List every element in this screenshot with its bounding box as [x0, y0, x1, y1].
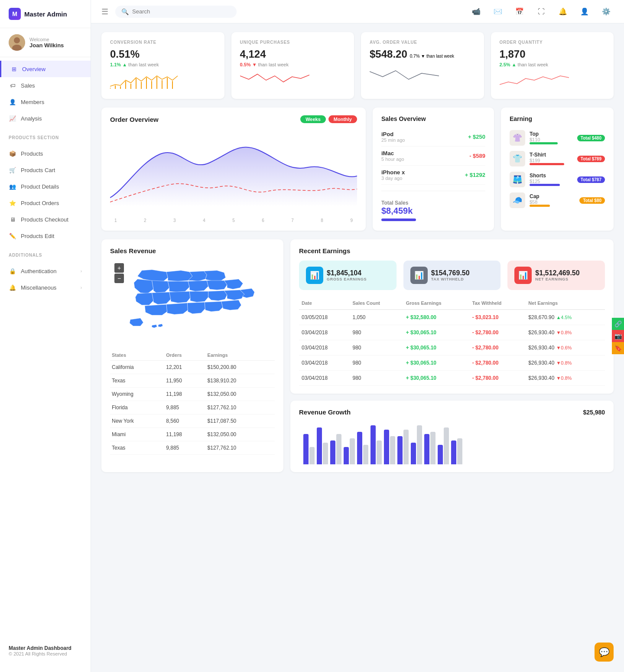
sidebar-item-products-edit[interactable]: ✏️ Products Edit — [0, 228, 91, 244]
topbar-icons: 📹 ✉️ 📅 ⛶ 🔔 👤 ⚙️ — [469, 4, 614, 19]
bar-blue — [411, 443, 416, 464]
calendar-icon-btn[interactable]: 📅 — [512, 4, 527, 19]
bar-group — [424, 432, 436, 464]
sales-item-ipod: iPod 25 min ago + $250 — [381, 127, 485, 147]
video-icon-btn[interactable]: 📹 — [469, 4, 484, 19]
stat-conversion-rate: CONVERSION RATE 0.51% 1.1% ▲ than last w… — [101, 32, 224, 99]
table-row: Texas11,950$138,910.20 — [110, 374, 275, 388]
earning-thumb-tshirt: 👕 — [510, 151, 525, 166]
order-tabs: Weeks Monthly — [300, 115, 357, 123]
bar-gray — [390, 436, 395, 464]
sidebar-item-authentication[interactable]: 🔒 Authentication › — [0, 263, 91, 279]
total-sales-bar — [381, 219, 416, 221]
cart-icon: 🛒 — [9, 166, 16, 174]
hamburger-icon[interactable]: ☰ — [101, 7, 108, 16]
sidebar-item-sales[interactable]: 🏷 Sales — [0, 77, 91, 94]
stat-unique-purchases: UNIQUE PURCHASES 4,124 0.5% ▼ than last … — [231, 32, 354, 99]
sidebar-item-products-checkout[interactable]: 🖥 Products Checkout — [0, 211, 91, 228]
bar-blue — [424, 434, 429, 464]
members-icon: 👤 — [9, 98, 16, 106]
mail-icon-btn[interactable]: ✉️ — [491, 4, 505, 19]
sidebar: M Master Admin Welcome Joan Wilkins ⊞ Ov… — [0, 0, 91, 672]
edit-icon: ✏️ — [9, 232, 16, 240]
bar-blue — [344, 447, 349, 464]
sparkline-quantity — [500, 72, 605, 91]
earning-item-cap: 🧢 Cap $58 Total $80 — [510, 190, 605, 211]
earning-item-tshirt: 👕 T-Shirt $199 Total $789 — [510, 148, 605, 169]
gross-value: $1,845,104 — [327, 269, 367, 277]
earnings-summary: 📊 $1,845,104 GROSS EARNINGS 📊 — [299, 261, 605, 290]
float-btn-red[interactable]: 📷 — [612, 330, 624, 342]
username: Joan Wilkins — [29, 42, 64, 49]
sales-revenue-title: Sales Revenue — [110, 247, 275, 254]
sales-overview-title: Sales Overview — [381, 115, 485, 122]
gross-icon: 📊 — [306, 267, 323, 284]
sales-item-iphone: iPhone x 3 day ago + $1292 — [381, 166, 485, 185]
monthly-tab[interactable]: Monthly — [328, 115, 357, 123]
table-row: Miami11,198$132,050.00 — [110, 428, 275, 441]
checkout-icon: 🖥 — [9, 215, 16, 223]
fullscreen-icon-btn[interactable]: ⛶ — [534, 4, 549, 19]
col-gross-earnings: Gross Earnings — [403, 297, 470, 310]
chat-fab-btn[interactable]: 💬 — [595, 643, 614, 662]
map-zoom-in-btn[interactable]: + — [114, 263, 124, 273]
stat-order-quantity: ORDER QUANTITY 1,870 2.5% ▲ than last we… — [491, 32, 614, 99]
topbar: ☰ 🔍 📹 ✉️ 📅 ⛶ 🔔 👤 ⚙️ — [91, 0, 624, 23]
bar-blue — [370, 425, 376, 464]
rev-growth-title: Revenue Growth — [299, 408, 351, 416]
bar-gray — [444, 427, 449, 464]
sidebar-user: Welcome Joan Wilkins — [0, 28, 91, 57]
bar-gray — [430, 432, 436, 464]
bar-gray — [350, 438, 355, 464]
total-sales-value: $8,459k — [381, 206, 485, 216]
sidebar-item-overview[interactable]: ⊞ Overview — [0, 61, 91, 77]
sidebar-item-analysis[interactable]: 📈 Analysis — [0, 110, 91, 127]
welcome-text: Welcome — [29, 37, 64, 42]
revenue-growth-chart — [299, 421, 605, 464]
earning-thumb-cap: 🧢 — [510, 192, 525, 208]
settings-icon-btn[interactable]: ⚙️ — [599, 4, 614, 19]
chevron-right-icon: › — [81, 269, 82, 274]
sidebar-item-product-orders[interactable]: ⭐ Product Orders — [0, 195, 91, 211]
col-tax-withheld: Tax Withheld — [470, 297, 526, 310]
total-sales-label: Total Sales — [381, 200, 485, 206]
sidebar-item-products-cart[interactable]: 🛒 Products Cart — [0, 162, 91, 178]
bar-gray — [457, 438, 462, 464]
products-icon: 📦 — [9, 150, 16, 157]
bar-gray — [363, 445, 368, 464]
bar-group — [438, 427, 449, 464]
col-sales-count: Sales Count — [350, 297, 403, 310]
float-btn-yellow[interactable]: 🔖 — [612, 342, 624, 354]
bar-gray — [403, 430, 409, 464]
sidebar-item-label: Authentication — [21, 268, 56, 274]
table-row: 03/04/2018 980 + $30,065.10 - $2,780.00 … — [299, 340, 605, 356]
sidebar-item-members[interactable]: 👤 Members — [0, 94, 91, 110]
sidebar-item-miscellaneous[interactable]: 🔔 Miscellaneous › — [0, 279, 91, 296]
sidebar-item-product-details[interactable]: 👥 Product Details — [0, 178, 91, 195]
tax-label: TAX WITHHELD — [431, 277, 470, 281]
float-btn-green[interactable]: 🔗 — [612, 318, 624, 330]
bar-group — [317, 427, 328, 464]
stat-value: 0.51% — [110, 48, 216, 60]
tax-icon: 📊 — [410, 267, 428, 284]
stat-label: AVG. ORDER VALUE — [370, 40, 475, 45]
order-overview-card: Order Overview Weeks Monthly — [101, 108, 366, 231]
bar-group — [330, 434, 341, 464]
gross-label: GROSS EARNINGS — [327, 277, 367, 281]
stat-label: ORDER QUANTITY — [500, 40, 605, 45]
bar-group — [303, 434, 315, 464]
bell-icon-btn[interactable]: 🔔 — [556, 4, 570, 19]
search-input[interactable] — [132, 8, 219, 15]
weeks-tab[interactable]: Weeks — [300, 115, 326, 123]
table-row: Wyoming11,198$132,050.00 — [110, 388, 275, 401]
sidebar-item-products[interactable]: 📦 Products — [0, 145, 91, 162]
bar-blue — [303, 434, 309, 464]
sidebar-item-label: Analysis — [21, 115, 42, 122]
user-icon-btn[interactable]: 👤 — [577, 4, 592, 19]
bar-gray — [309, 447, 315, 464]
auth-icon: 🔒 — [9, 267, 16, 275]
earning-thumb-shorts: 🩳 — [510, 172, 525, 187]
stat-avg-order-value: AVG. ORDER VALUE $548.20 0.7% ▼ than las… — [361, 32, 484, 99]
sidebar-item-label: Sales — [21, 82, 35, 89]
map-zoom-out-btn[interactable]: − — [114, 274, 124, 283]
